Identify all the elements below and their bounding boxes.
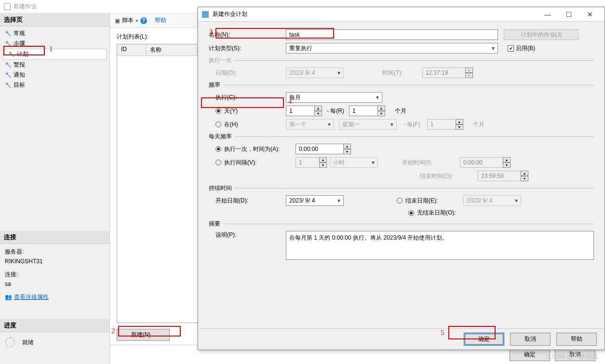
start-time-label: 开始时间(I): xyxy=(402,159,460,167)
dlg-titlebar: 新建作业计划 — ☐ ✕ xyxy=(198,7,605,22)
spin-up-icon: ▲ xyxy=(465,67,473,73)
conn-label: 连接: xyxy=(5,270,105,279)
close-button[interactable]: ✕ xyxy=(579,8,601,21)
watermark: CSDN @一沐南风 xyxy=(547,352,598,361)
progress-header: 进度 xyxy=(0,319,109,332)
wrench-icon: 🔧 xyxy=(5,62,12,68)
sidebar-item-alerts[interactable]: 🔧警报 xyxy=(0,60,109,70)
dlg-ok-button[interactable]: 确定 xyxy=(464,333,504,346)
spin-down-icon: ▼ xyxy=(456,124,463,130)
connection-header: 连接 xyxy=(0,231,109,244)
progress-text: 就绪 xyxy=(22,338,34,347)
ordinal-select: 第一个 xyxy=(286,119,334,130)
frequency-group: 频率 执行(C): 每月 天(Y) 1▲▼ - 每(R) 1▲▼ 个月 在(H) xyxy=(209,85,594,130)
run-once-group: 执行一次 日期(D): 2023/ 9/ 4 时间(T): 12:37:19▲▼ xyxy=(209,60,594,78)
once-time-input: 12:37:19 xyxy=(422,67,466,78)
dlg-title: 新建作业计划 xyxy=(213,10,247,18)
dlg-help-button[interactable]: 帮助 xyxy=(556,333,597,346)
spin-up-icon[interactable]: ▲ xyxy=(377,106,385,111)
daily-frequency-group: 每天频率 执行一次，时间为(A): 0:00:00▲▼ 执行间隔(V): 1▲▼… xyxy=(209,136,594,181)
once-at-input[interactable]: 0:00:00 xyxy=(296,144,344,154)
server-label: 服务器: xyxy=(5,247,105,256)
weekday-select: 星期一 xyxy=(339,119,397,130)
once-date-label: 日期(D): xyxy=(209,69,286,77)
end-date-input: 2023/ 9/ 4 xyxy=(463,195,521,206)
conn-value: sa xyxy=(5,279,105,289)
end-time-input: 23:59:59 xyxy=(478,171,521,181)
desc-textarea[interactable]: 在每月第 1 天的 0:00:00 执行。将从 2023/9/4 开始使用计划。 xyxy=(286,231,594,260)
start-time-input: 0:00:00 xyxy=(460,157,503,168)
end-date-radio[interactable] xyxy=(397,198,403,203)
jobs-in-plan-button: 计划中的作业(J) xyxy=(504,29,578,40)
type-select[interactable]: 重复执行 xyxy=(286,43,498,54)
spin-up-icon[interactable]: ▲ xyxy=(314,106,322,111)
wrench-icon: 🔧 xyxy=(8,51,15,57)
progress-spinner-icon xyxy=(5,337,15,348)
dialog-icon xyxy=(202,11,209,18)
no-end-date-radio[interactable] xyxy=(408,210,414,216)
interval-input: 1 xyxy=(296,157,320,168)
sidebar-item-general[interactable]: 🔧常规 xyxy=(0,28,109,39)
spin-down-icon[interactable]: ▼ xyxy=(314,111,322,116)
people-icon: 👥 xyxy=(5,294,12,300)
minimize-button[interactable]: — xyxy=(537,8,558,21)
spin-down-icon[interactable]: ▼ xyxy=(343,149,351,154)
name-input[interactable]: task xyxy=(286,29,498,40)
spin-up-icon[interactable]: ▲ xyxy=(343,144,351,149)
exec-label: 执行(C): xyxy=(209,94,286,102)
spin-up-icon: ▲ xyxy=(319,157,327,162)
wrench-icon: 🔧 xyxy=(5,82,12,88)
bg-ok-button[interactable]: 确定 xyxy=(510,348,550,361)
connection-box: 服务器: RIKINGSHT31 连接: sa 👥查看连接属性 xyxy=(0,244,109,305)
wrench-icon: 🔧 xyxy=(5,40,12,47)
app-icon xyxy=(4,3,11,10)
script-icon: ▣ xyxy=(115,17,120,24)
wrench-icon: 🔧 xyxy=(5,30,12,37)
start-date-label: 开始日期(D): xyxy=(209,197,286,205)
bg-title: 新建作业 xyxy=(13,2,37,11)
spin-up-icon: ▲ xyxy=(521,171,528,176)
sidebar-item-targets[interactable]: 🔧目标 xyxy=(0,80,109,90)
script-button[interactable]: 脚本 xyxy=(122,16,134,25)
sidebar: 选择页 🔧常规 🔧步骤 🔧计划 🔧警报 🔧通知 🔧目标 连接 服务器: RIKI… xyxy=(0,13,110,364)
select-page-header: 选择页 xyxy=(0,13,109,27)
every-r-input[interactable]: 1 xyxy=(349,106,378,116)
maximize-button[interactable]: ☐ xyxy=(558,8,579,21)
spin-down-icon: ▼ xyxy=(319,162,327,168)
start-date-input[interactable]: 2023/ 9/ 4 xyxy=(286,195,344,206)
sidebar-item-steps[interactable]: 🔧步骤 xyxy=(0,39,109,49)
sidebar-item-schedules[interactable]: 🔧计划 xyxy=(3,49,107,60)
wrench-icon: 🔧 xyxy=(5,72,12,78)
day-value-input[interactable]: 1 xyxy=(286,106,315,116)
spin-down-icon: ▼ xyxy=(503,162,511,168)
spin-up-icon: ▲ xyxy=(503,157,511,162)
every-f-input: 1 xyxy=(427,119,456,130)
interval-radio[interactable] xyxy=(215,160,221,165)
help-icon: ? xyxy=(140,17,147,24)
new-schedule-dialog: 新建作业计划 — ☐ ✕ 名称(N): task 计划中的作业(J) 计划类型(… xyxy=(198,7,605,350)
once-date-input: 2023/ 9/ 4 xyxy=(286,67,344,78)
spin-down-icon[interactable]: ▼ xyxy=(377,111,385,116)
enable-checkbox[interactable]: ✔ 启用(B) xyxy=(508,44,535,53)
summary-group: 摘要 说明(P): 在每月第 1 天的 0:00:00 执行。将从 2023/9… xyxy=(209,224,594,260)
end-time-label: 结束时间(G): xyxy=(420,172,478,180)
once-at-radio[interactable] xyxy=(215,146,221,152)
sidebar-item-notify[interactable]: 🔧通知 xyxy=(0,70,109,80)
new-schedule-button[interactable]: 新建(N)... xyxy=(117,329,170,341)
on-radio[interactable] xyxy=(215,121,221,127)
checkbox-icon: ✔ xyxy=(508,45,514,52)
name-label: 名称(N): xyxy=(209,31,286,39)
type-label: 计划类型(S): xyxy=(209,44,286,53)
spin-down-icon: ▼ xyxy=(465,73,473,78)
duration-group: 持续时间 开始日期(D): 2023/ 9/ 4 结束日期(E): 2023/ … xyxy=(209,188,594,217)
help-button[interactable]: ?帮助 xyxy=(140,16,166,25)
dlg-cancel-button[interactable]: 取消 xyxy=(510,333,551,346)
spin-down-icon: ▼ xyxy=(521,176,528,181)
day-radio[interactable] xyxy=(215,108,221,114)
exec-select[interactable]: 每月 xyxy=(286,92,382,103)
view-conn-props-link[interactable]: 查看连接属性 xyxy=(14,294,49,300)
interval-unit-select: 小时 xyxy=(330,157,378,168)
server-value: RIKINGSHT31 xyxy=(5,256,105,266)
dlg-footer: 确定 取消 帮助 xyxy=(198,328,605,350)
col-id: ID xyxy=(117,44,146,55)
